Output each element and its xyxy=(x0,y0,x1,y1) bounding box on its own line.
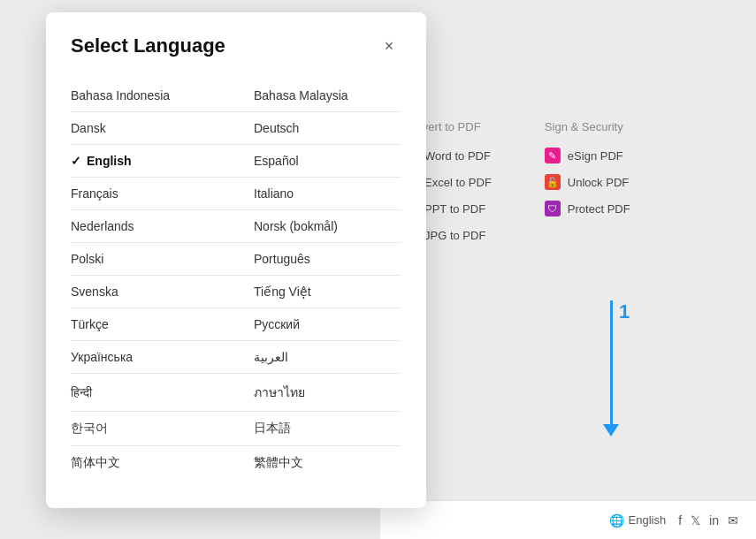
lang-option-right-5[interactable]: Português xyxy=(236,243,401,276)
lang-option-left-9[interactable]: हिन्दी xyxy=(71,374,236,412)
language-modal: Select Language × Bahasa IndonesiaBahasa… xyxy=(46,12,426,508)
lang-option-left-5[interactable]: Polski xyxy=(71,243,236,276)
lang-option-left-8[interactable]: Українська xyxy=(71,341,236,374)
lang-option-right-2[interactable]: Español xyxy=(236,145,401,178)
close-button[interactable]: × xyxy=(377,34,401,58)
modal-title: Select Language xyxy=(71,34,225,57)
modal-header: Select Language × xyxy=(71,34,401,58)
lang-option-left-0[interactable]: Bahasa Indonesia xyxy=(71,80,236,112)
lang-option-right-3[interactable]: Italiano xyxy=(236,178,401,210)
lang-option-left-4[interactable]: Nederlands xyxy=(71,210,236,243)
lang-option-right-6[interactable]: Tiếng Việt xyxy=(236,276,401,308)
lang-option-left-1[interactable]: Dansk xyxy=(71,112,236,145)
lang-option-right-0[interactable]: Bahasa Malaysia xyxy=(236,80,401,112)
lang-option-right-1[interactable]: Deutsch xyxy=(236,112,401,145)
lang-option-left-7[interactable]: Türkçe xyxy=(71,308,236,341)
lang-option-left-6[interactable]: Svenska xyxy=(71,276,236,308)
lang-option-left-3[interactable]: Français xyxy=(71,178,236,210)
checkmark-icon: ✓ xyxy=(71,154,81,168)
lang-option-left-10[interactable]: 한국어 xyxy=(71,412,236,446)
lang-option-right-10[interactable]: 日本語 xyxy=(236,412,401,446)
lang-option-right-9[interactable]: ภาษาไทย xyxy=(236,374,401,412)
lang-option-right-4[interactable]: Norsk (bokmål) xyxy=(236,210,401,243)
modal-overlay: Select Language × Bahasa IndonesiaBahasa… xyxy=(0,0,756,539)
lang-option-right-11[interactable]: 繁體中文 xyxy=(236,446,401,480)
lang-option-right-7[interactable]: Русский xyxy=(236,308,401,341)
language-grid: Bahasa IndonesiaBahasa MalaysiaDanskDeut… xyxy=(71,80,401,480)
lang-option-left-2[interactable]: ✓English xyxy=(71,145,236,178)
lang-option-right-8[interactable]: العربية xyxy=(236,341,401,374)
lang-option-left-11[interactable]: 简体中文 xyxy=(71,446,236,480)
